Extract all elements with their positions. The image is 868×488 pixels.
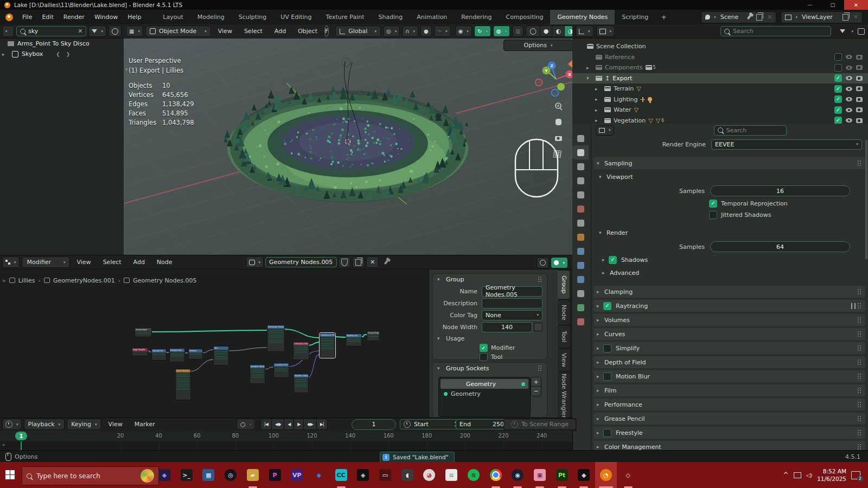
group-panel-header[interactable]: ▾Group (433, 274, 547, 285)
view-layer-selector[interactable]: ▾ ViewLayer ✕ (781, 11, 863, 23)
disclosure-icon[interactable]: ▸ (597, 359, 603, 365)
node-position[interactable]: Position (188, 349, 203, 359)
left-search-input[interactable]: sky ✕ (16, 26, 86, 36)
section-checkbox[interactable] (603, 344, 611, 352)
photos-app-icon[interactable]: ▣ (534, 469, 546, 481)
node-tree-name-field[interactable]: Geometry Nodes.005 (265, 257, 337, 267)
shading-wireframe-icon[interactable]: ◯ (526, 25, 540, 37)
breadcrumb-item[interactable]: GeometryNodes.001 (53, 277, 115, 284)
pivot-point-button[interactable]: ◎▾ (383, 25, 400, 37)
terminal-icon[interactable]: >_ (181, 469, 193, 481)
usage-header[interactable]: ▾Usage (433, 333, 547, 343)
prop-section-depth-of-field[interactable]: ▸Depth of Field (593, 356, 865, 368)
gimp-icon[interactable]: ◖ (401, 469, 413, 481)
expand-icon[interactable]: ▸ (2, 52, 9, 57)
prop-section-sampling[interactable]: ▾Sampling (593, 157, 865, 169)
menu-file[interactable]: File (17, 14, 37, 21)
outliner-row-components[interactable]: ▸Components5 (572, 62, 868, 73)
blender-icon[interactable]: ◔ (600, 469, 612, 481)
apply-width-button[interactable] (534, 323, 542, 331)
viewport-menu-view[interactable]: View (213, 28, 237, 35)
disable-render-icon[interactable] (856, 118, 863, 123)
track-expand-icon[interactable]: » (2, 442, 5, 447)
modifier-checkbox[interactable]: ✓ (480, 344, 488, 352)
properties-tab-physics-icon[interactable] (572, 272, 589, 286)
field-samples[interactable]: 16 (710, 185, 850, 196)
workspace-tab-geometry-nodes[interactable]: Geometry Nodes (550, 10, 615, 24)
start-button[interactable] (5, 470, 15, 479)
editor-type-button[interactable]: ▾ (2, 25, 14, 37)
disclosure-icon[interactable]: ▾ (599, 174, 605, 179)
hide-viewport-icon[interactable] (846, 76, 852, 80)
outliner-search-input[interactable]: Search (720, 26, 831, 36)
workspace-tab-rendering[interactable]: Rendering (454, 10, 499, 24)
selectability-checkbox[interactable]: ✓ (834, 117, 842, 124)
tool-checkbox[interactable] (480, 353, 488, 361)
outliner-row-terrain[interactable]: ▸Terrain▽✓ (572, 84, 868, 94)
group-sockets-header[interactable]: ▾Group Sockets (433, 363, 547, 374)
sidebar-tab-node-wrangler[interactable]: Node Wrangler (558, 373, 570, 418)
workspace-tab-layout[interactable]: Layout (156, 10, 190, 24)
prop-subsection-render[interactable]: ▾Render (593, 227, 865, 238)
shading-solid-icon[interactable]: ● (540, 25, 553, 37)
timeline-menu-marker[interactable]: Marker (130, 421, 160, 428)
disable-render-icon[interactable] (856, 86, 863, 91)
disable-render-icon[interactable] (856, 55, 863, 60)
flow-app-icon[interactable]: ◆ (313, 469, 325, 481)
disclosure-icon[interactable]: ▸ (602, 270, 609, 275)
falloff-button[interactable]: ~▾ (434, 25, 451, 37)
properties-tab-output-icon[interactable] (572, 159, 589, 174)
disclosure-icon[interactable]: ▸ (597, 345, 603, 351)
name-input[interactable]: Geometry Nodes.005 (482, 286, 542, 297)
node-tree-type-select[interactable]: Modifier▾ (22, 256, 70, 268)
node-collection-info[interactable]: Collection Info (293, 342, 309, 360)
outliner-display-mode-button[interactable]: ▾ (576, 25, 593, 37)
3d-viewport[interactable]: ZYX ▦▾Object Mode▾ViewSelectAddObjectFGl… (124, 24, 572, 255)
snap-magnet-button[interactable]: ∩▾ (402, 25, 418, 37)
new-collection-icon[interactable] (858, 28, 865, 35)
geometry-node-editor[interactable]: ▾Modifier▾ViewSelectAddNode▾Geometry Nod… (0, 255, 573, 418)
close-button[interactable]: ✕ (844, 0, 868, 10)
disclosure-icon[interactable]: ▸ (597, 374, 603, 379)
steam-icon[interactable]: ◉ (512, 469, 524, 481)
node-edge-neighb[interactable]: Edge Neighb (132, 348, 148, 356)
timeline-menu-playback[interactable]: Playback▾ (24, 419, 65, 430)
breadcrumb-item[interactable]: Geometry Nodes.005 (133, 277, 196, 284)
disclosure-icon[interactable]: ▾ (437, 336, 444, 341)
overlay-toggle-button[interactable]: ▾ (551, 257, 568, 268)
workspace-tab-animation[interactable]: Animation (410, 10, 454, 24)
breadcrumb-item[interactable]: Lillies (18, 277, 35, 284)
paint-icon[interactable]: ◕ (423, 469, 435, 481)
overlays-toggle-button[interactable]: ◍▾ (493, 25, 510, 37)
expand-icon[interactable]: ▸ (595, 97, 602, 102)
clear-search-icon[interactable]: ✕ (78, 28, 82, 35)
to-scene-range-button[interactable]: To Scene Range (503, 419, 576, 430)
scrollbar[interactable] (865, 140, 867, 259)
workspace-tab-shading[interactable]: Shading (372, 10, 410, 24)
socket-item[interactable]: Geometry (441, 389, 528, 399)
prev-keyframe-button[interactable]: ◀◆ (272, 419, 284, 430)
playhead-badge[interactable]: 1 (15, 432, 27, 440)
snap-icon-button[interactable] (537, 257, 549, 268)
properties-tab-collection-icon[interactable] (572, 216, 589, 230)
disclosure-icon[interactable]: ▾ (437, 277, 444, 282)
disclosure-icon[interactable]: ▸ (597, 303, 603, 309)
disclosure-icon[interactable]: ▸ (597, 444, 603, 450)
hide-viewport-icon[interactable] (846, 118, 852, 123)
remove-socket-button[interactable]: − (531, 386, 541, 396)
node-distribute-points[interactable]: Distribute Points (267, 325, 285, 352)
node-menu-select[interactable]: Select (98, 259, 126, 266)
usage-modifier[interactable]: ✓Modifier (433, 343, 547, 352)
properties-tab-render-icon[interactable] (572, 145, 589, 159)
timeline-ruler[interactable]: 204060801001201401601802002202401 (0, 431, 572, 441)
prop-check-jittered-shadows[interactable]: Jittered Shadows (593, 210, 865, 220)
outliner-row-scene-collection[interactable]: Scene Collection (572, 41, 868, 52)
workspace-tab-sculpting[interactable]: Sculpting (232, 10, 273, 24)
speaker-icon[interactable]: ◁) (806, 472, 813, 479)
new-copy-button[interactable] (352, 256, 365, 268)
gizmos-toggle-button[interactable]: ↻▾ (474, 25, 491, 37)
hide-viewport-icon[interactable] (846, 97, 852, 101)
checkbox-jittered-shadows[interactable] (709, 211, 717, 219)
mode-select[interactable]: Object Mode▾ (145, 25, 211, 37)
search-app-icon[interactable]: P (269, 469, 281, 481)
